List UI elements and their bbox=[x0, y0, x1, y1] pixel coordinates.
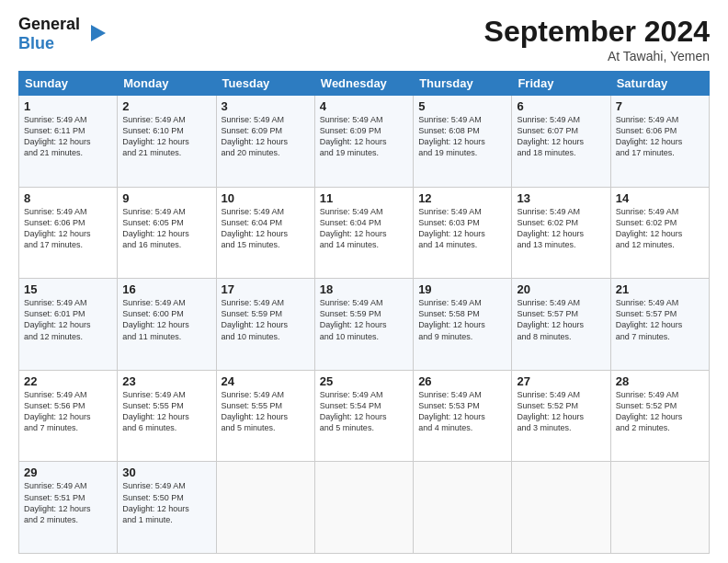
calendar-cell: 3Sunrise: 5:49 AM Sunset: 6:09 PM Daylig… bbox=[216, 96, 314, 188]
calendar-cell: 9Sunrise: 5:49 AM Sunset: 6:05 PM Daylig… bbox=[118, 187, 216, 279]
calendar-cell: 20Sunrise: 5:49 AM Sunset: 5:57 PM Dayli… bbox=[512, 279, 610, 371]
day-number: 6 bbox=[517, 99, 605, 113]
calendar-cell: 22Sunrise: 5:49 AM Sunset: 5:56 PM Dayli… bbox=[19, 370, 118, 462]
svg-marker-0 bbox=[91, 25, 106, 41]
day-number: 8 bbox=[24, 191, 112, 205]
day-number: 24 bbox=[222, 374, 310, 388]
header-monday: Monday bbox=[118, 72, 216, 96]
calendar-row-3: 15Sunrise: 5:49 AM Sunset: 6:01 PM Dayli… bbox=[19, 279, 710, 371]
day-info: Sunrise: 5:49 AM Sunset: 6:06 PM Dayligh… bbox=[24, 206, 112, 251]
day-info: Sunrise: 5:49 AM Sunset: 6:02 PM Dayligh… bbox=[517, 206, 605, 251]
day-info: Sunrise: 5:49 AM Sunset: 6:09 PM Dayligh… bbox=[320, 114, 408, 159]
location: At Tawahi, Yemen bbox=[484, 49, 710, 63]
day-info: Sunrise: 5:49 AM Sunset: 5:57 PM Dayligh… bbox=[616, 297, 704, 342]
day-number: 3 bbox=[222, 99, 310, 113]
day-number: 7 bbox=[616, 99, 704, 113]
day-number: 20 bbox=[517, 282, 605, 296]
day-info: Sunrise: 5:49 AM Sunset: 6:02 PM Dayligh… bbox=[616, 206, 704, 251]
calendar-cell bbox=[414, 462, 512, 554]
calendar-cell: 28Sunrise: 5:49 AM Sunset: 5:52 PM Dayli… bbox=[610, 370, 709, 462]
day-info: Sunrise: 5:49 AM Sunset: 6:11 PM Dayligh… bbox=[24, 114, 112, 159]
calendar-row-4: 22Sunrise: 5:49 AM Sunset: 5:56 PM Dayli… bbox=[19, 370, 710, 462]
day-number: 23 bbox=[122, 374, 210, 388]
calendar-cell: 13Sunrise: 5:49 AM Sunset: 6:02 PM Dayli… bbox=[512, 187, 610, 279]
header-friday: Friday bbox=[512, 72, 610, 96]
logo-general: General bbox=[18, 15, 80, 34]
day-number: 9 bbox=[122, 191, 210, 205]
calendar-cell: 1Sunrise: 5:49 AM Sunset: 6:11 PM Daylig… bbox=[19, 96, 118, 188]
day-info: Sunrise: 5:49 AM Sunset: 6:04 PM Dayligh… bbox=[222, 206, 310, 251]
calendar: Sunday Monday Tuesday Wednesday Thursday… bbox=[18, 71, 710, 554]
day-number: 12 bbox=[418, 191, 506, 205]
day-info: Sunrise: 5:49 AM Sunset: 5:55 PM Dayligh… bbox=[222, 389, 310, 434]
day-info: Sunrise: 5:49 AM Sunset: 6:04 PM Dayligh… bbox=[320, 206, 408, 251]
day-number: 2 bbox=[122, 99, 210, 113]
calendar-cell: 12Sunrise: 5:49 AM Sunset: 6:03 PM Dayli… bbox=[414, 187, 512, 279]
calendar-cell: 24Sunrise: 5:49 AM Sunset: 5:55 PM Dayli… bbox=[216, 370, 314, 462]
calendar-cell: 25Sunrise: 5:49 AM Sunset: 5:54 PM Dayli… bbox=[314, 370, 413, 462]
day-info: Sunrise: 5:49 AM Sunset: 6:07 PM Dayligh… bbox=[517, 114, 605, 159]
day-number: 1 bbox=[24, 99, 112, 113]
day-info: Sunrise: 5:49 AM Sunset: 5:59 PM Dayligh… bbox=[320, 297, 408, 342]
calendar-cell: 16Sunrise: 5:49 AM Sunset: 6:00 PM Dayli… bbox=[118, 279, 216, 371]
page: General Blue September 2024 At Tawahi, Y… bbox=[0, 0, 728, 563]
day-number: 29 bbox=[24, 465, 112, 479]
day-info: Sunrise: 5:49 AM Sunset: 5:50 PM Dayligh… bbox=[122, 480, 210, 525]
calendar-row-5: 29Sunrise: 5:49 AM Sunset: 5:51 PM Dayli… bbox=[19, 462, 710, 554]
day-info: Sunrise: 5:49 AM Sunset: 5:54 PM Dayligh… bbox=[320, 389, 408, 434]
weekday-header-row: Sunday Monday Tuesday Wednesday Thursday… bbox=[19, 72, 710, 96]
day-info: Sunrise: 5:49 AM Sunset: 6:01 PM Dayligh… bbox=[24, 297, 112, 342]
day-number: 26 bbox=[418, 374, 506, 388]
day-info: Sunrise: 5:49 AM Sunset: 5:56 PM Dayligh… bbox=[24, 389, 112, 434]
header-wednesday: Wednesday bbox=[314, 72, 413, 96]
header-tuesday: Tuesday bbox=[216, 72, 314, 96]
calendar-cell: 17Sunrise: 5:49 AM Sunset: 5:59 PM Dayli… bbox=[216, 279, 314, 371]
calendar-cell: 6Sunrise: 5:49 AM Sunset: 6:07 PM Daylig… bbox=[512, 96, 610, 188]
logo-blue: Blue bbox=[18, 34, 80, 53]
day-info: Sunrise: 5:49 AM Sunset: 5:57 PM Dayligh… bbox=[517, 297, 605, 342]
month-title: September 2024 bbox=[484, 15, 710, 49]
day-info: Sunrise: 5:49 AM Sunset: 5:58 PM Dayligh… bbox=[418, 297, 506, 342]
calendar-cell: 19Sunrise: 5:49 AM Sunset: 5:58 PM Dayli… bbox=[414, 279, 512, 371]
calendar-cell: 26Sunrise: 5:49 AM Sunset: 5:53 PM Dayli… bbox=[414, 370, 512, 462]
day-number: 22 bbox=[24, 374, 112, 388]
calendar-cell bbox=[610, 462, 709, 554]
day-info: Sunrise: 5:49 AM Sunset: 6:06 PM Dayligh… bbox=[616, 114, 704, 159]
header-sunday: Sunday bbox=[19, 72, 118, 96]
title-block: September 2024 At Tawahi, Yemen bbox=[484, 15, 710, 63]
day-info: Sunrise: 5:49 AM Sunset: 5:55 PM Dayligh… bbox=[122, 389, 210, 434]
day-number: 14 bbox=[616, 191, 704, 205]
day-info: Sunrise: 5:49 AM Sunset: 5:53 PM Dayligh… bbox=[418, 389, 506, 434]
calendar-cell: 15Sunrise: 5:49 AM Sunset: 6:01 PM Dayli… bbox=[19, 279, 118, 371]
day-number: 28 bbox=[616, 374, 704, 388]
day-info: Sunrise: 5:49 AM Sunset: 5:52 PM Dayligh… bbox=[517, 389, 605, 434]
calendar-cell bbox=[314, 462, 413, 554]
calendar-cell: 4Sunrise: 5:49 AM Sunset: 6:09 PM Daylig… bbox=[314, 96, 413, 188]
day-info: Sunrise: 5:49 AM Sunset: 6:09 PM Dayligh… bbox=[222, 114, 310, 159]
calendar-cell: 29Sunrise: 5:49 AM Sunset: 5:51 PM Dayli… bbox=[19, 462, 118, 554]
day-info: Sunrise: 5:49 AM Sunset: 6:05 PM Dayligh… bbox=[122, 206, 210, 251]
day-info: Sunrise: 5:49 AM Sunset: 5:52 PM Dayligh… bbox=[616, 389, 704, 434]
header-saturday: Saturday bbox=[610, 72, 709, 96]
calendar-table: Sunday Monday Tuesday Wednesday Thursday… bbox=[18, 71, 710, 554]
day-number: 27 bbox=[517, 374, 605, 388]
day-number: 30 bbox=[122, 465, 210, 479]
day-info: Sunrise: 5:49 AM Sunset: 5:51 PM Dayligh… bbox=[24, 480, 112, 525]
day-number: 16 bbox=[122, 282, 210, 296]
day-number: 18 bbox=[320, 282, 408, 296]
day-number: 10 bbox=[222, 191, 310, 205]
calendar-cell: 27Sunrise: 5:49 AM Sunset: 5:52 PM Dayli… bbox=[512, 370, 610, 462]
day-number: 21 bbox=[616, 282, 704, 296]
calendar-cell: 23Sunrise: 5:49 AM Sunset: 5:55 PM Dayli… bbox=[118, 370, 216, 462]
calendar-cell: 5Sunrise: 5:49 AM Sunset: 6:08 PM Daylig… bbox=[414, 96, 512, 188]
calendar-row-1: 1Sunrise: 5:49 AM Sunset: 6:11 PM Daylig… bbox=[19, 96, 710, 188]
calendar-cell bbox=[512, 462, 610, 554]
day-number: 5 bbox=[418, 99, 506, 113]
day-number: 19 bbox=[418, 282, 506, 296]
calendar-cell bbox=[216, 462, 314, 554]
day-number: 13 bbox=[517, 191, 605, 205]
calendar-cell: 7Sunrise: 5:49 AM Sunset: 6:06 PM Daylig… bbox=[610, 96, 709, 188]
calendar-cell: 21Sunrise: 5:49 AM Sunset: 5:57 PM Dayli… bbox=[610, 279, 709, 371]
calendar-cell: 11Sunrise: 5:49 AM Sunset: 6:04 PM Dayli… bbox=[314, 187, 413, 279]
day-number: 4 bbox=[320, 99, 408, 113]
